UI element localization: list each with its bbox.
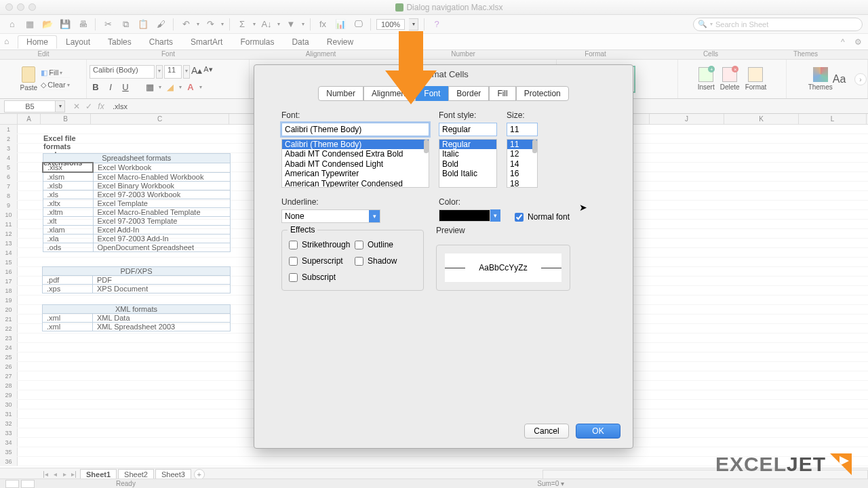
zoom-window-icon[interactable] xyxy=(28,3,36,11)
style-list[interactable]: Regular Italic Bold Bold Italic xyxy=(439,139,497,188)
table-cell[interactable]: .pdf xyxy=(43,276,93,285)
tab-home[interactable]: Home xyxy=(18,35,57,49)
outline-checkbox[interactable]: Outline xyxy=(355,240,416,249)
tab-charts[interactable]: Charts xyxy=(140,35,182,49)
row-header[interactable]: 28 xyxy=(0,381,18,390)
list-scrollbar[interactable] xyxy=(424,140,429,153)
format-button[interactable]: Format xyxy=(745,67,767,91)
name-box-dropdown-icon[interactable]: ▾ xyxy=(56,100,65,113)
fx-icon[interactable]: fx xyxy=(316,18,330,31)
row-header[interactable]: 10 xyxy=(0,210,18,219)
row-header[interactable]: 23 xyxy=(0,333,18,342)
table-cell[interactable]: .xml xyxy=(43,323,93,331)
table-cell[interactable]: .xltm xyxy=(43,208,93,217)
col-header[interactable]: L xyxy=(799,114,867,124)
col-header[interactable]: K xyxy=(724,114,799,124)
col-header[interactable]: J xyxy=(650,114,724,124)
close-window-icon[interactable] xyxy=(5,3,13,11)
color-swatch[interactable] xyxy=(439,209,490,222)
cut-icon[interactable]: ✂ xyxy=(101,18,115,31)
row-header[interactable]: 3 xyxy=(0,144,18,152)
font-name-select[interactable]: Calibri (Body) xyxy=(90,65,155,79)
tab-nav-next-icon[interactable]: ▸ xyxy=(60,470,69,478)
row-header[interactable]: 15 xyxy=(0,258,18,266)
row-header[interactable]: 32 xyxy=(0,419,18,428)
name-box[interactable]: B5 xyxy=(4,100,56,113)
shadow-checkbox[interactable]: Shadow xyxy=(355,256,416,266)
open-icon[interactable]: 📂 xyxy=(41,18,54,31)
table-cell[interactable]: Excel Binary Workbook xyxy=(93,182,231,190)
fill-color-button[interactable]: ◢ xyxy=(164,81,176,94)
font-color-button[interactable]: A xyxy=(184,81,197,94)
row-header[interactable]: 24 xyxy=(0,343,18,352)
chart-icon[interactable]: 📊 xyxy=(334,18,347,31)
row-header[interactable]: 14 xyxy=(0,248,18,257)
paste-button[interactable]: Paste xyxy=(16,63,41,96)
row-header[interactable]: 29 xyxy=(0,390,18,399)
dialog-tab-font[interactable]: Font xyxy=(416,86,448,101)
tab-nav-first-icon[interactable]: |◂ xyxy=(41,470,50,478)
row-header[interactable]: 7 xyxy=(0,182,18,190)
row-header[interactable]: 27 xyxy=(0,371,18,380)
link-icon[interactable]: 🖵 xyxy=(351,18,365,31)
cancel-formula-icon[interactable]: ✕ xyxy=(71,100,83,113)
table-cell[interactable]: Excel Workbook xyxy=(93,163,231,172)
list-item[interactable]: 16 xyxy=(507,169,537,178)
row-header[interactable]: 9 xyxy=(0,201,18,209)
tab-nav-last-icon[interactable]: ▸| xyxy=(69,470,79,478)
row-header[interactable]: 13 xyxy=(0,239,18,247)
table-cell[interactable]: .xml xyxy=(43,314,93,323)
new-icon[interactable]: ▦ xyxy=(23,18,37,31)
table-cell[interactable]: .xls xyxy=(43,190,93,199)
row-header[interactable]: 17 xyxy=(0,277,18,285)
tab-layout[interactable]: Layout xyxy=(57,35,99,49)
dialog-tab-alignment[interactable]: Alignment xyxy=(363,86,416,101)
insert-button[interactable]: +Insert xyxy=(698,67,715,91)
row-header[interactable]: 4 xyxy=(0,153,18,162)
row-header[interactable]: 30 xyxy=(0,400,18,409)
style-input[interactable] xyxy=(439,123,497,136)
table-cell[interactable]: PDF xyxy=(93,276,231,285)
table-cell[interactable]: .xltx xyxy=(43,199,93,208)
table-cell[interactable]: OpenDocument Spreadsheet xyxy=(93,243,231,252)
row-header[interactable]: 25 xyxy=(0,352,18,361)
row-header[interactable]: 16 xyxy=(0,267,18,276)
size-input[interactable] xyxy=(507,123,538,136)
row-header[interactable]: 11 xyxy=(0,220,18,228)
table-cell[interactable]: .xlt xyxy=(43,217,93,226)
list-scrollbar[interactable] xyxy=(532,140,537,153)
row-header[interactable]: 31 xyxy=(0,409,18,418)
list-item[interactable]: Abadi MT Condensed Extra Bold xyxy=(282,149,429,159)
size-list[interactable]: 11 12 14 16 18 xyxy=(507,139,538,188)
row-header[interactable]: 20 xyxy=(0,305,18,314)
row-header[interactable]: 22 xyxy=(0,324,18,333)
themes-button[interactable]: Themes xyxy=(808,67,833,91)
col-header[interactable]: B xyxy=(41,114,91,124)
tab-nav-prev-icon[interactable]: ◂ xyxy=(50,470,60,478)
row-header[interactable]: 12 xyxy=(0,229,18,238)
row-header[interactable]: 6 xyxy=(0,172,18,181)
row-header[interactable]: 19 xyxy=(0,296,18,304)
ribbon-collapse-icon[interactable]: ^ xyxy=(841,37,850,47)
col-header[interactable]: C xyxy=(91,114,229,124)
normal-font-checkbox[interactable]: Normal font xyxy=(515,212,570,222)
strikethrough-checkbox[interactable]: Strikethrough xyxy=(289,240,351,249)
row-header[interactable]: 1 xyxy=(0,125,18,134)
list-item[interactable]: Calibri (Theme Body) xyxy=(282,140,429,149)
dialog-tab-number[interactable]: Number xyxy=(318,86,363,101)
ribbon-settings-icon[interactable]: ⚙ xyxy=(854,37,864,47)
row-header[interactable]: 8 xyxy=(0,191,18,200)
table-cell[interactable]: Excel 97-2003 Workbook xyxy=(93,190,231,199)
aa-button[interactable]: Aa xyxy=(833,73,846,85)
undo-icon[interactable]: ↶ xyxy=(179,18,193,31)
select-all-corner[interactable] xyxy=(0,114,18,124)
list-item[interactable]: Italic xyxy=(439,149,496,159)
table-cell[interactable]: Excel 97-2003 Template xyxy=(93,217,231,226)
list-item[interactable]: Bold Italic xyxy=(439,169,496,178)
row-header[interactable]: 26 xyxy=(0,362,18,371)
list-item[interactable]: 14 xyxy=(507,159,537,169)
underline-button[interactable]: U xyxy=(119,81,132,94)
clear-button[interactable]: ◇ Clear ▾ xyxy=(41,81,69,90)
subscript-checkbox[interactable]: Subscript xyxy=(289,272,351,282)
superscript-checkbox[interactable]: Superscript xyxy=(289,256,351,266)
